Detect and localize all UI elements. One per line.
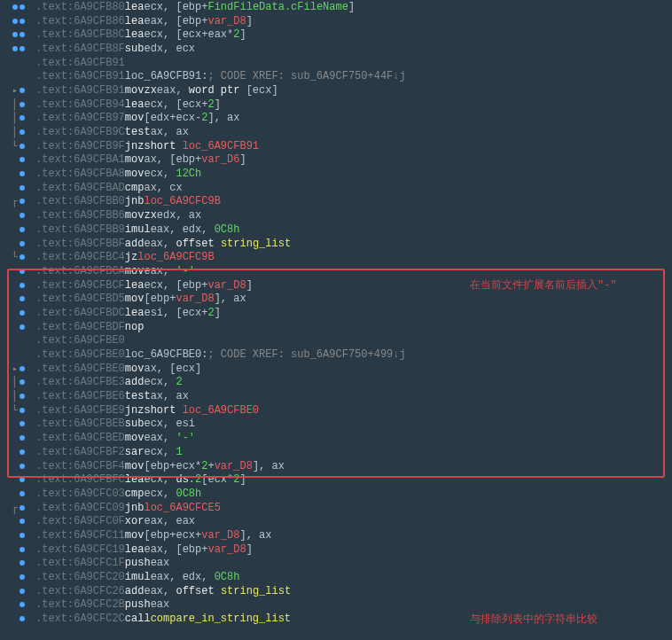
disasm-line[interactable]: │.text:6A9CFBE3 add ecx, 2 <box>0 376 672 390</box>
disasm-line[interactable]: ┌.text:6A9CFC09 jnb loc_6A9CFCE5 <box>0 501 672 515</box>
code-label[interactable]: loc_6A9CFBE0: <box>125 348 208 361</box>
operand: ] <box>246 543 253 556</box>
operand: ecx, [ecx+eax* <box>144 28 233 41</box>
disasm-line[interactable]: .text:6A9CFBD5 mov [ebp+var_D8], ax <box>0 292 672 306</box>
operand: [ <box>144 460 150 472</box>
operand: eax, edx, <box>151 571 215 583</box>
operand: [edx+ecx- <box>144 112 201 124</box>
disasm-line[interactable]: .text:6A9CFC20 imul eax, edx, 0C8h <box>0 570 672 584</box>
operand: esi, [ecx+ <box>144 307 207 319</box>
disasm-line[interactable]: .text:6A9CFBAD cmp ax, cx <box>0 181 672 195</box>
operand: ecx, <box>144 446 176 458</box>
disasm-line[interactable]: .text:6A9CFB8F sub edx, ecx <box>0 42 672 56</box>
disasm-line[interactable]: .text:6A9CFBE0 <box>0 334 672 348</box>
disasm-line[interactable]: │.text:6A9CFBE6 test ax, ax <box>0 389 672 403</box>
disasm-line[interactable]: .text:6A9CFBB6 movzx edx, ax <box>0 208 672 222</box>
disasm-line[interactable]: .text:6A9CFC19 lea eax, [ebp+var_D8] <box>0 542 672 557</box>
operand: [ecx] <box>239 84 277 97</box>
operand: ] <box>348 1 355 13</box>
address: .text:6A9CFC11 <box>35 529 125 542</box>
disasm-line[interactable]: .text:6A9CFBA1 mov ax, [ebp+var_D6] <box>0 153 672 168</box>
disasm-line[interactable]: .text:6A9CFBBF add eax, offset string_li… <box>0 237 672 251</box>
operand: eax, [ <box>144 543 182 556</box>
address: .text:6A9CFC09 <box>35 502 125 514</box>
address: .text:6A9CFC2B <box>35 598 125 611</box>
disasm-line[interactable]: .text:6A9CFBDF nop <box>0 320 672 334</box>
gutter <box>0 464 35 469</box>
address: .text:6A9CFBED <box>35 432 125 444</box>
mnemonic: movzx <box>125 209 157 222</box>
mnemonic: mov <box>125 112 145 124</box>
mnemonic: lea <box>125 307 145 319</box>
address: .text:6A9CFB86 <box>35 15 125 27</box>
operand: ecx, <box>144 488 176 500</box>
disasm-line[interactable]: .text:6A9CFBE0 loc_6A9CFBE0: ; CODE XREF… <box>0 347 672 362</box>
disasm-line[interactable]: .text:6A9CFBB9 imul eax, edx, 0C8h <box>0 222 672 237</box>
operand: : <box>189 473 195 486</box>
operand: 12Ch <box>176 168 201 180</box>
disasm-line[interactable]: .text:6A9CFB91 loc_6A9CFB91: ; CODE XREF… <box>0 69 672 83</box>
mnemonic: call <box>125 613 151 625</box>
gutter <box>0 157 35 162</box>
operand: ], ax <box>215 293 246 305</box>
operand: word ptr <box>189 84 240 97</box>
disasm-line[interactable]: .text:6A9CFBF2 sar ecx, 1 <box>0 445 672 459</box>
address: .text:6A9CFB9F <box>35 140 125 152</box>
disasm-line[interactable]: .text:6A9CFC1F push eax <box>0 557 672 571</box>
disasm-line[interactable]: .text:6A9CFBDC lea esi, [ecx+2] <box>0 306 672 320</box>
gutter: │ <box>0 98 35 111</box>
address: .text:6A9CFBFC <box>35 473 125 486</box>
operand: ebp <box>151 293 170 305</box>
disasm-line[interactable]: └.text:6A9CFBC4 jz loc_6A9CFC9B <box>0 250 672 264</box>
mnemonic: jnz <box>125 404 145 417</box>
operand: + <box>169 293 176 305</box>
disasm-line[interactable]: .text:6A9CFB91 <box>0 56 672 70</box>
operand: loc_6A9CFBE0 <box>183 404 259 417</box>
operand: ax, cx <box>144 182 182 194</box>
operand: ax, ax <box>151 126 189 138</box>
disasm-line[interactable]: .text:6A9CFC03 cmp ecx, 0C8h <box>0 487 672 501</box>
disasm-line[interactable]: │.text:6A9CFB94 lea ecx, [ecx+2] <box>0 98 672 112</box>
disasm-line[interactable]: .text:6A9CFC2C call compare_in_string_li… <box>0 612 672 626</box>
gutter <box>0 241 35 246</box>
address: .text:6A9CFBBF <box>35 238 125 250</box>
disasm-line[interactable]: .text:6A9CFBEB sub ecx, esi <box>0 418 672 432</box>
operand: ] <box>239 153 246 166</box>
disasm-line[interactable]: .text:6A9CFBCA mov eax, '-' <box>0 264 672 278</box>
gutter <box>0 435 35 441</box>
disasm-line[interactable]: .text:6A9CFB8C lea ecx, [ecx+eax*2] <box>0 27 672 42</box>
disasm-line[interactable]: ┌.text:6A9CFBB0 jnb loc_6A9CFC9B <box>0 195 672 209</box>
mnemonic: sub <box>125 418 145 430</box>
disasm-line[interactable]: └.text:6A9CFBE9 jnz short loc_6A9CFBE0 <box>0 403 672 418</box>
gutter <box>0 213 35 218</box>
disasm-line[interactable]: .text:6A9CFC26 add eax, offset string_li… <box>0 584 672 598</box>
address: .text:6A9CFBF2 <box>35 446 125 458</box>
disasm-line[interactable]: .text:6A9CFBA8 mov ecx, 12Ch <box>0 167 672 181</box>
disasm-line[interactable]: └.text:6A9CFB9F jnz short loc_6A9CFB91 <box>0 139 672 153</box>
mnemonic: lea <box>125 15 145 27</box>
disasm-line[interactable]: .text:6A9CFBFC lea ecx, ds:2[ecx*2] <box>0 472 672 487</box>
operand: ebp <box>183 15 202 27</box>
disasm-line[interactable]: │.text:6A9CFB9C test ax, ax <box>0 125 672 139</box>
code-label[interactable]: loc_6A9CFB91: <box>125 70 208 82</box>
disasm-line[interactable]: .text:6A9CFBED mov eax, '-' <box>0 431 672 445</box>
disasm-line[interactable]: .text:6A9CFBF4 mov [ebp+ecx*2+var_D8], a… <box>0 459 672 473</box>
disasm-line[interactable]: .text:6A9CFB86 lea eax, [ebp+var_D8] <box>0 14 672 28</box>
address: .text:6A9CFBDC <box>35 307 125 319</box>
operand: loc_6A9CFC9B <box>144 195 220 207</box>
operand: 2 <box>233 473 239 486</box>
disasm-line[interactable]: .text:6A9CFC11 mov [ebp+ecx+var_D8], ax <box>0 528 672 542</box>
operand: 0C8h <box>215 223 240 236</box>
address: .text:6A9CFB91 <box>35 57 125 69</box>
disasm-line[interactable]: .text:6A9CFBCF lea ecx, [ebp+var_D8]在当前文… <box>0 278 672 293</box>
disasm-line[interactable]: .text:6A9CFB80 lea ecx, [ebp+FindFileDat… <box>0 0 672 14</box>
operand: + <box>201 543 207 556</box>
disasm-line[interactable]: ▸.text:6A9CFBE0 mov ax, [ecx] <box>0 362 672 376</box>
disasm-line[interactable]: │.text:6A9CFB97 mov [edx+ecx-2], ax <box>0 112 672 126</box>
operand: eax, <box>144 585 176 597</box>
disasm-line[interactable]: .text:6A9CFC0F xor eax, eax <box>0 514 672 528</box>
address: .text:6A9CFB91 <box>35 84 125 97</box>
disasm-line[interactable]: ▸.text:6A9CFB91 movzx eax, word ptr [ecx… <box>0 83 672 98</box>
operand: short <box>144 140 182 152</box>
disasm-line[interactable]: .text:6A9CFC2B push eax <box>0 598 672 613</box>
